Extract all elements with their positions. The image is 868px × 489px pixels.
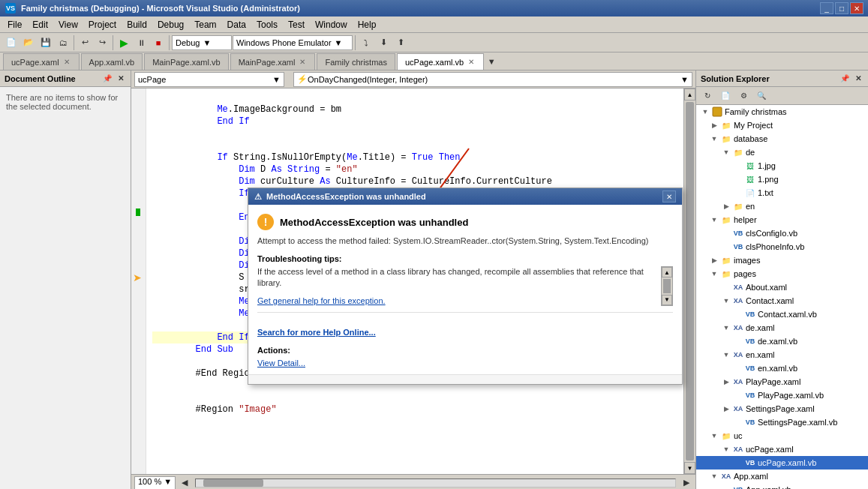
tree-item-clsphoneinfo[interactable]: VB clsPhoneInfo.vb bbox=[696, 240, 868, 254]
maximize-button[interactable]: □ bbox=[835, 2, 848, 14]
step-over-btn[interactable]: ⤵ bbox=[358, 35, 374, 50]
redo-btn[interactable]: ↪ bbox=[94, 35, 110, 50]
tree-item-uc[interactable]: ▼ 📁 uc bbox=[696, 429, 868, 442]
menu-window[interactable]: Window bbox=[311, 18, 352, 32]
method-dropdown[interactable]: ⚡ OnDayChanged(Integer, Integer) ▼ bbox=[293, 72, 692, 87]
menu-data[interactable]: Data bbox=[223, 18, 251, 32]
tab-close-ucpage-xaml[interactable]: ✕ bbox=[62, 58, 71, 66]
tree-item-database[interactable]: ▼ 📁 database bbox=[696, 132, 868, 146]
tab-ucpage-xaml[interactable]: ucPage.xaml ✕ bbox=[3, 53, 80, 70]
step-out-btn[interactable]: ⬆ bbox=[392, 35, 409, 50]
tree-item-1txt[interactable]: 📄 1.txt bbox=[696, 186, 868, 200]
new-project-btn[interactable]: 📄 bbox=[3, 35, 20, 50]
menu-project[interactable]: Project bbox=[84, 18, 121, 32]
se-filter-btn[interactable]: 🔍 bbox=[753, 88, 770, 104]
menu-debug[interactable]: Debug bbox=[153, 18, 188, 32]
pause-btn[interactable]: ⏸ bbox=[133, 35, 149, 50]
undo-btn[interactable]: ↩ bbox=[77, 35, 93, 50]
tree-item-contactxaml[interactable]: ▼ XA Contact.xaml bbox=[696, 294, 868, 308]
tree-item-images[interactable]: ▶ 📁 images bbox=[696, 254, 868, 267]
scroll-right-btn[interactable]: ▶ bbox=[680, 477, 692, 489]
tree-item-ucpagexamlvb[interactable]: VB ucPage.xaml.vb bbox=[696, 456, 868, 470]
scroll-left-btn[interactable]: ◀ bbox=[179, 477, 191, 489]
tree-item-playpagexaml[interactable]: ▶ XA PlayPage.xaml bbox=[696, 375, 868, 388]
tab-close-ucpage-xaml-vb[interactable]: ✕ bbox=[467, 58, 476, 66]
exc-search-link[interactable]: Search for more Help Online... bbox=[257, 328, 376, 337]
menu-file[interactable]: File bbox=[3, 18, 26, 32]
step-into-btn[interactable]: ⬇ bbox=[375, 35, 392, 50]
menu-tools[interactable]: Tools bbox=[252, 18, 282, 32]
minimize-button[interactable]: _ bbox=[820, 2, 833, 14]
exc-view-detail-link[interactable]: View Detail... bbox=[257, 358, 305, 368]
menu-help[interactable]: Help bbox=[353, 18, 381, 32]
tree-item-1png[interactable]: 🖼 1.png bbox=[696, 172, 868, 186]
tree-item-pages[interactable]: ▼ 📁 pages bbox=[696, 267, 868, 280]
close-button[interactable]: ✕ bbox=[850, 2, 863, 14]
menu-team[interactable]: Team bbox=[190, 18, 221, 32]
tab-app-xaml-vb[interactable]: App.xaml.vb bbox=[81, 53, 143, 70]
expand-icon: ▼ bbox=[699, 106, 711, 118]
code-line: #Region "Image" bbox=[152, 404, 677, 416]
horizontal-scrollbar[interactable] bbox=[195, 478, 676, 488]
tree-item-aboutxaml[interactable]: XA About.xaml bbox=[696, 280, 868, 294]
tree-item-appxaml[interactable]: ▼ XA App.xaml bbox=[696, 470, 868, 483]
tree-item-appxamlvb[interactable]: VB App.xaml.vb bbox=[696, 483, 868, 489]
tree-item-dexamlvb[interactable]: VB de.xaml.vb bbox=[696, 334, 868, 348]
se-refresh-btn[interactable]: ↻ bbox=[699, 88, 716, 104]
tab-overflow-btn[interactable]: ▼ bbox=[485, 53, 497, 70]
stop-btn[interactable]: ■ bbox=[150, 35, 167, 50]
se-properties-btn[interactable]: ⚙ bbox=[735, 88, 752, 104]
zoom-dropdown[interactable]: 100 % ▼ bbox=[134, 476, 176, 490]
vb-icon: VB bbox=[732, 242, 744, 252]
solution-root[interactable]: ▼ Family christmas bbox=[696, 105, 868, 118]
panel-pin-btn[interactable]: 📌 bbox=[101, 74, 114, 83]
tree-item-clsconfigio[interactable]: VB clsConfigIo.vb bbox=[696, 226, 868, 240]
tree-item-helper[interactable]: ▼ 📁 helper bbox=[696, 213, 868, 226]
debug-arrow-marker: ➤ bbox=[133, 272, 142, 284]
tree-item-ucpagexaml[interactable]: ▼ XA ucPage.xaml bbox=[696, 442, 868, 456]
menu-edit[interactable]: Edit bbox=[28, 18, 53, 32]
expand-icon: ▼ bbox=[708, 470, 720, 482]
tree-item-de[interactable]: ▼ 📁 de bbox=[696, 146, 868, 159]
tree-item-settingspagexamlvb[interactable]: VB SettingsPage.xaml.vb bbox=[696, 416, 868, 429]
se-pin-btn[interactable]: 📌 bbox=[838, 74, 851, 83]
exc-close-btn[interactable]: ✕ bbox=[662, 190, 676, 202]
save-btn[interactable]: 💾 bbox=[38, 35, 54, 50]
se-show-files-btn[interactable]: 📄 bbox=[717, 88, 734, 104]
menu-build[interactable]: Build bbox=[122, 18, 152, 32]
tree-item-1jpg[interactable]: 🖼 1.jpg bbox=[696, 159, 868, 172]
se-close-btn[interactable]: ✕ bbox=[853, 74, 863, 83]
start-debug-btn[interactable]: ▶ bbox=[116, 35, 132, 50]
exc-scroll-up[interactable]: ▲ bbox=[662, 267, 672, 278]
debug-config-dropdown[interactable]: Debug ▼ bbox=[172, 35, 232, 50]
save-all-btn[interactable]: 🗂 bbox=[55, 35, 71, 50]
tree-item-enxaml[interactable]: ▼ XA en.xaml bbox=[696, 348, 868, 362]
exc-general-help-link[interactable]: Get general help for this exception. bbox=[257, 296, 386, 305]
class-dropdown[interactable]: ucPage ▼ bbox=[134, 72, 284, 87]
exc-actions-title: Search for more Help Online... bbox=[257, 328, 673, 337]
tab-family-christmas[interactable]: Family christmas bbox=[317, 53, 395, 70]
menu-view[interactable]: View bbox=[54, 18, 83, 32]
tab-ucpage-xaml-vb[interactable]: ucPage.xaml.vb ✕ bbox=[397, 53, 484, 70]
exc-scrollbar[interactable]: ▲ ▼ bbox=[661, 266, 673, 306]
chevron-down-icon: ▼ bbox=[272, 75, 281, 84]
vertical-scrollbar[interactable]: ▲ ▼ bbox=[683, 88, 695, 474]
scroll-up-btn[interactable]: ▲ bbox=[684, 88, 695, 100]
panel-close-btn[interactable]: ✕ bbox=[116, 74, 126, 83]
tree-item-settingspagexaml[interactable]: ▶ XA SettingsPage.xaml bbox=[696, 402, 868, 416]
tab-mainpage-xaml-vb[interactable]: MainPage.xaml.vb bbox=[144, 53, 229, 70]
tree-item-enxamlvb[interactable]: VB en.xaml.vb bbox=[696, 362, 868, 375]
emulator-dropdown[interactable]: Windows Phone Emulator ▼ bbox=[233, 35, 353, 50]
tree-item-en[interactable]: ▶ 📁 en bbox=[696, 200, 868, 213]
tree-item-myproject[interactable]: ▶ 📁 My Project bbox=[696, 118, 868, 132]
open-btn[interactable]: 📂 bbox=[20, 35, 37, 50]
scroll-thumb[interactable] bbox=[686, 102, 694, 460]
tree-item-contactxamlvb[interactable]: VB Contact.xaml.vb bbox=[696, 308, 868, 321]
tab-mainpage-xaml[interactable]: MainPage.xaml ✕ bbox=[230, 53, 316, 70]
tree-item-playpagexamlvb[interactable]: VB PlayPage.xaml.vb bbox=[696, 388, 868, 402]
scroll-down-btn[interactable]: ▼ bbox=[684, 462, 695, 474]
tree-item-dexaml[interactable]: ▼ XA de.xaml bbox=[696, 321, 868, 334]
exc-scroll-down[interactable]: ▼ bbox=[662, 295, 672, 305]
tab-close-mainpage-xaml[interactable]: ✕ bbox=[298, 58, 307, 66]
menu-test[interactable]: Test bbox=[284, 18, 309, 32]
